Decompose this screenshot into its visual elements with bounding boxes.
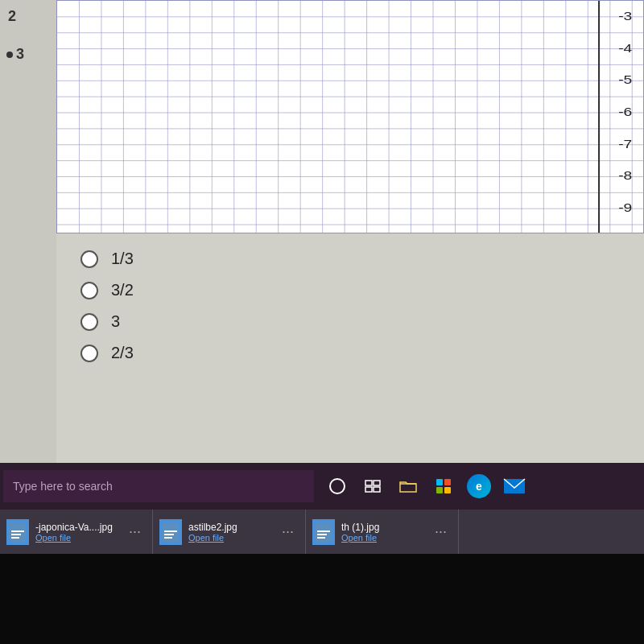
main-content: 2 3 — [0, 0, 644, 463]
bottom-bar — [0, 554, 644, 644]
svg-text:-8: -8 — [618, 170, 632, 183]
taskbar-icons: e — [314, 470, 531, 502]
radio-b[interactable] — [80, 282, 98, 299]
svg-rect-51 — [11, 534, 21, 535]
download-action-2[interactable]: Open file — [188, 533, 277, 543]
download-item-3: th (1).jpg Open file ··· — [306, 510, 459, 554]
svg-rect-67 — [444, 479, 451, 485]
search-bar-text: Type here to search — [13, 480, 113, 493]
download-more-1[interactable]: ··· — [124, 523, 146, 540]
svg-rect-69 — [444, 487, 451, 493]
store-icon[interactable] — [427, 470, 460, 502]
graph-grid: -3 -4 -5 -6 -7 -8 -9 — [56, 0, 644, 233]
download-file-icon-1 — [6, 519, 29, 545]
radio-d[interactable] — [80, 345, 98, 362]
download-filename-1: -japonica-Va....jpg — [35, 522, 124, 533]
svg-text:-6: -6 — [618, 106, 632, 119]
choice-label-a: 1/3 — [111, 250, 134, 268]
svg-rect-56 — [164, 537, 172, 539]
choice-row-c[interactable]: 3 — [80, 312, 620, 331]
choice-row-d[interactable]: 2/3 — [80, 344, 620, 362]
svg-rect-54 — [164, 530, 177, 532]
folder-icon[interactable] — [391, 470, 425, 502]
svg-rect-64 — [365, 487, 372, 492]
svg-rect-63 — [374, 481, 380, 485]
svg-rect-62 — [365, 481, 372, 485]
svg-text:-5: -5 — [618, 74, 632, 87]
choice-label-c: 3 — [111, 312, 120, 331]
svg-text:-3: -3 — [618, 10, 632, 23]
svg-rect-65 — [374, 487, 380, 492]
radio-c[interactable] — [80, 313, 98, 331]
download-file-icon-3 — [312, 519, 335, 545]
download-filename-2: astilbe2.jpg — [188, 522, 277, 533]
download-action-3[interactable]: Open file — [341, 533, 430, 543]
download-bar: -japonica-Va....jpg Open file ··· astilb… — [0, 510, 644, 554]
svg-rect-66 — [436, 479, 443, 485]
svg-text:-4: -4 — [618, 42, 632, 55]
choice-row-a[interactable]: 1/3 — [80, 250, 620, 268]
sidebar-bullet: 3 — [6, 46, 24, 63]
svg-rect-52 — [11, 537, 19, 539]
edge-browser-icon[interactable]: e — [462, 470, 496, 502]
answer-choices: 1/3 3/2 3 2/3 — [56, 233, 644, 378]
svg-point-61 — [330, 479, 345, 493]
svg-text:-7: -7 — [618, 138, 632, 151]
taskview-icon[interactable] — [356, 470, 390, 502]
svg-rect-59 — [317, 534, 327, 535]
svg-rect-58 — [317, 530, 330, 532]
content-area: -3 -4 -5 -6 -7 -8 -9 1/3 3/2 — [56, 0, 644, 463]
choice-row-b[interactable]: 3/2 — [80, 281, 620, 299]
choice-label-d: 2/3 — [111, 344, 134, 362]
search-bar[interactable]: Type here to search — [3, 470, 314, 502]
choice-label-b: 3/2 — [111, 281, 134, 299]
download-info-1: -japonica-Va....jpg Open file — [35, 522, 124, 543]
svg-rect-55 — [164, 534, 174, 535]
download-info-3: th (1).jpg Open file — [341, 522, 430, 543]
bullet-dot — [6, 52, 13, 58]
mail-icon[interactable] — [497, 470, 531, 502]
sidebar-bullet-number: 3 — [16, 46, 24, 63]
download-action-1[interactable]: Open file — [35, 533, 124, 543]
download-file-icon-2 — [159, 519, 182, 545]
svg-rect-60 — [317, 537, 325, 539]
taskbar: Type here to search — [0, 463, 644, 510]
download-more-3[interactable]: ··· — [430, 523, 452, 540]
svg-rect-50 — [11, 530, 24, 532]
left-sidebar: 2 3 — [0, 0, 56, 463]
download-more-2[interactable]: ··· — [277, 523, 299, 540]
grid-svg: -3 -4 -5 -6 -7 -8 -9 — [57, 1, 643, 233]
sidebar-top-number: 2 — [8, 8, 16, 25]
svg-text:-9: -9 — [618, 202, 632, 215]
download-item-2: astilbe2.jpg Open file ··· — [153, 510, 306, 554]
download-item-1: -japonica-Va....jpg Open file ··· — [0, 510, 153, 554]
svg-rect-68 — [436, 487, 443, 493]
search-taskbar-icon[interactable] — [320, 470, 354, 502]
download-info-2: astilbe2.jpg Open file — [188, 522, 277, 543]
svg-rect-0 — [57, 1, 643, 233]
download-filename-3: th (1).jpg — [341, 522, 430, 533]
radio-a[interactable] — [80, 250, 98, 268]
